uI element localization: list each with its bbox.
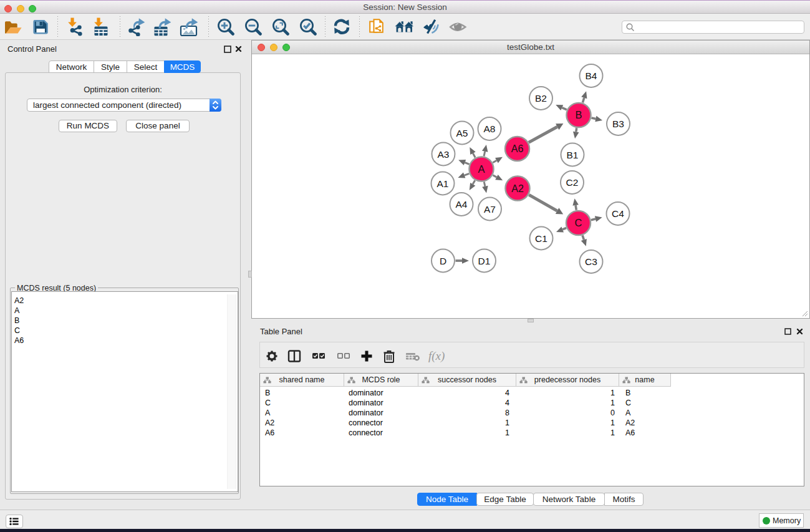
svg-text:C4: C4	[612, 208, 624, 219]
svg-text:B1: B1	[567, 150, 579, 160]
svg-text:A5: A5	[456, 128, 468, 138]
svg-text:A4: A4	[456, 199, 468, 210]
svg-text:C2: C2	[566, 177, 579, 188]
svg-text:f(x): f(x)	[428, 349, 445, 363]
svg-text:D: D	[440, 256, 446, 266]
svg-text:B3: B3	[612, 118, 624, 129]
svg-text:A1: A1	[437, 178, 449, 189]
svg-text:A7: A7	[484, 204, 496, 215]
svg-text:A6: A6	[511, 143, 524, 154]
svg-text:C1: C1	[535, 233, 547, 244]
svg-text:A8: A8	[484, 123, 496, 134]
svg-text:A3: A3	[438, 149, 450, 160]
svg-text:B2: B2	[535, 93, 547, 104]
svg-text:D1: D1	[478, 256, 491, 266]
svg-text:C: C	[575, 217, 582, 228]
svg-text:A2: A2	[511, 183, 524, 194]
svg-text:B4: B4	[586, 70, 597, 81]
svg-text:C3: C3	[585, 256, 597, 267]
svg-text:B: B	[575, 109, 582, 120]
svg-text:A: A	[478, 163, 485, 175]
